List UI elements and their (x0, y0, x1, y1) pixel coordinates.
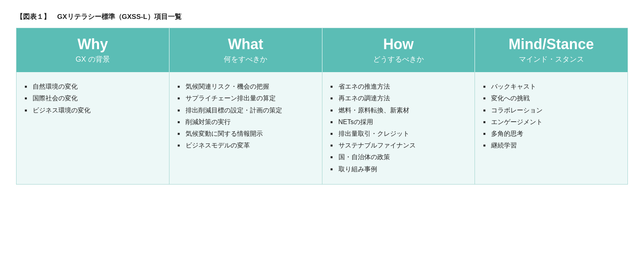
list-item: 気候変動に関する情報開示 (178, 128, 314, 139)
header-row: WhyGX の背景What何をすべきかHowどうするべきかMind/Stance… (17, 28, 627, 72)
list-item: 国際社会の変化 (25, 93, 161, 104)
header-sub-how: どうするべきか (326, 54, 471, 64)
list-item: コラボレーション (483, 105, 619, 116)
header-main-why: Why (21, 35, 165, 53)
header-sub-why: GX の背景 (21, 54, 165, 64)
body-row: 自然環境の変化国際社会の変化ビジネス環境の変化気候関連リスク・機会の把握サプライ… (17, 72, 627, 184)
list-why: 自然環境の変化国際社会の変化ビジネス環境の変化 (25, 81, 161, 116)
list-how: 省エネの推進方法再エネの調達方法燃料・原料転換、新素材NETsの採用排出量取引・… (330, 81, 467, 174)
list-item: 再エネの調達方法 (330, 93, 467, 104)
list-item: 取り組み事例 (330, 164, 467, 174)
list-item: 排出削減目標の設定・計画の策定 (178, 105, 314, 116)
list-item: サプライチェーン排出量の算定 (178, 93, 314, 104)
header-cell-what: What何をすべきか (169, 28, 322, 72)
list-item: 排出量取引・クレジット (330, 128, 467, 139)
header-cell-how: Howどうするべきか (322, 28, 475, 72)
list-item: ビジネスモデルの変革 (178, 140, 314, 151)
header-cell-mind_stance: Mind/Stanceマインド・スタンス (475, 28, 627, 72)
list-item: サステナブルファイナンス (330, 140, 467, 151)
list-item: 自然環境の変化 (25, 81, 161, 92)
list-item: 多角的思考 (483, 128, 619, 139)
list-item: 変化への挑戦 (483, 93, 619, 104)
list-item: ビジネス環境の変化 (25, 105, 161, 116)
list-item: 気候関連リスク・機会の把握 (178, 81, 314, 92)
main-table: WhyGX の背景What何をすべきかHowどうするべきかMind/Stance… (16, 28, 628, 185)
header-sub-mind_stance: マインド・スタンス (479, 54, 623, 64)
list-mind_stance: バックキャスト変化への挑戦コラボレーションエンゲージメント多角的思考継続学習 (483, 81, 619, 151)
list-item: バックキャスト (483, 81, 619, 92)
header-main-what: What (173, 35, 318, 53)
header-cell-why: WhyGX の背景 (17, 28, 169, 72)
list-item: 継続学習 (483, 140, 619, 151)
list-item: エンゲージメント (483, 116, 619, 127)
header-main-how: How (326, 35, 471, 53)
header-sub-what: 何をすべきか (173, 54, 318, 64)
body-cell-why: 自然環境の変化国際社会の変化ビジネス環境の変化 (17, 72, 169, 184)
body-cell-what: 気候関連リスク・機会の把握サプライチェーン排出量の算定排出削減目標の設定・計画の… (169, 72, 322, 184)
header-main-mind_stance: Mind/Stance (479, 35, 623, 53)
list-item: 削減対策の実行 (178, 116, 314, 127)
page-title: 【図表１】 GXリテラシー標準（GXSS-L）項目一覧 (16, 12, 628, 21)
list-item: 国・自治体の政策 (330, 151, 467, 162)
body-cell-mind_stance: バックキャスト変化への挑戦コラボレーションエンゲージメント多角的思考継続学習 (475, 72, 627, 184)
list-item: 燃料・原料転換、新素材 (330, 105, 467, 116)
list-what: 気候関連リスク・機会の把握サプライチェーン排出量の算定排出削減目標の設定・計画の… (178, 81, 314, 151)
body-cell-how: 省エネの推進方法再エネの調達方法燃料・原料転換、新素材NETsの採用排出量取引・… (322, 72, 475, 184)
list-item: NETsの採用 (330, 116, 467, 127)
list-item: 省エネの推進方法 (330, 81, 467, 92)
